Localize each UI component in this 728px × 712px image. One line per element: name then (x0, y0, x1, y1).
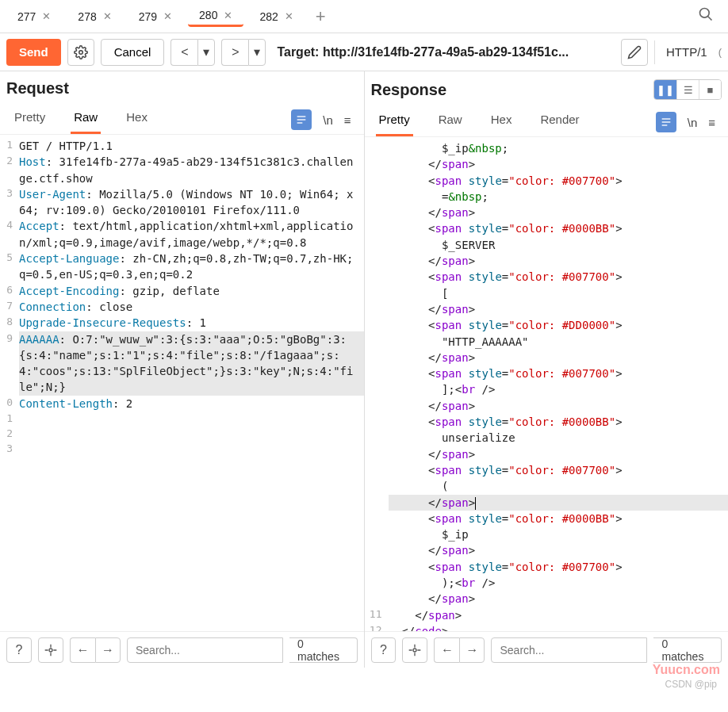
code-line[interactable]: <span style="color: #0000BB"> (365, 220, 729, 236)
code-line[interactable]: </span> (365, 253, 729, 269)
request-match-count: 0 matches (289, 637, 358, 663)
close-icon[interactable]: ✕ (42, 10, 51, 22)
prev-button[interactable]: < (171, 39, 197, 66)
settings-icon[interactable] (402, 637, 427, 663)
protocol-label[interactable]: HTTP/1 (661, 45, 712, 59)
code-line[interactable]: </span> (365, 398, 729, 414)
code-line[interactable]: 6Accept-Encoding: gzip, deflate (0, 283, 364, 299)
code-line[interactable]: <span style="color: #007700"> (365, 559, 729, 575)
newline-toggle[interactable]: \n (323, 113, 333, 127)
search-icon[interactable] (690, 6, 722, 26)
code-line[interactable]: 7Connection: close (0, 299, 364, 315)
add-tab-button[interactable]: + (309, 6, 332, 27)
response-search-input[interactable] (491, 637, 647, 663)
code-line[interactable]: 2 (0, 427, 364, 442)
code-line[interactable]: unserialize (365, 430, 729, 446)
edit-target-button[interactable] (621, 39, 648, 66)
code-line[interactable]: </span> (365, 446, 729, 462)
code-line[interactable]: </span> (365, 205, 729, 220)
close-icon[interactable]: ✕ (224, 10, 232, 21)
request-menu-icon[interactable]: ≡ (344, 113, 351, 127)
tab-277[interactable]: 277✕ (6, 6, 62, 27)
code-line[interactable]: $_ip&nbsp; (365, 140, 729, 156)
pane-tab-raw[interactable]: Raw (71, 105, 101, 134)
pane-tab-pretty[interactable]: Pretty (376, 108, 413, 136)
help-icon[interactable]: ? (6, 637, 32, 663)
svg-rect-5 (297, 122, 303, 123)
send-button[interactable]: Send (6, 39, 61, 66)
code-line[interactable]: </span> (365, 495, 729, 511)
code-line[interactable]: $_ip (365, 526, 729, 542)
tab-label: 282 (259, 10, 278, 23)
code-line[interactable]: <span style="color: #0000BB"> (365, 511, 729, 526)
tab-278[interactable]: 278✕ (67, 6, 122, 27)
pane-tab-raw[interactable]: Raw (435, 108, 466, 136)
tab-280[interactable]: 280✕ (188, 6, 243, 27)
next-button[interactable]: > (221, 39, 248, 66)
code-line[interactable]: $_SERVER (365, 237, 729, 253)
tab-282[interactable]: 282✕ (248, 6, 304, 27)
code-line[interactable]: =&nbsp; (365, 189, 729, 205)
response-title: Response (371, 81, 447, 99)
newline-toggle[interactable]: \n (688, 116, 698, 129)
code-line[interactable]: 8Upgrade-Insecure-Requests: 1 (0, 315, 364, 331)
pane-tab-hex[interactable]: Hex (123, 105, 151, 134)
cancel-button[interactable]: Cancel (101, 39, 165, 66)
svg-rect-8 (661, 121, 670, 122)
prev-dropdown[interactable]: ▾ (197, 39, 215, 66)
search-next-icon[interactable]: → (95, 637, 121, 663)
code-line[interactable]: ];<br /> (365, 381, 729, 397)
close-icon[interactable]: ✕ (285, 10, 293, 22)
layout-single-icon[interactable]: ■ (699, 80, 721, 99)
tab-279[interactable]: 279✕ (128, 6, 183, 27)
code-line[interactable]: <span style="color: #007700"> (365, 462, 729, 478)
pane-tab-render[interactable]: Render (537, 108, 582, 136)
code-line[interactable]: 9AAAAAA: O:7:"w_wuw_w":3:{s:3:"aaa";O:5:… (0, 331, 364, 396)
code-line[interactable]: <span style="color: #DD0000"> (365, 317, 729, 333)
code-line[interactable]: 12 </code> (365, 623, 729, 631)
code-line[interactable]: <span style="color: #007700"> (365, 173, 729, 189)
code-line[interactable]: 1GET / HTTP/1.1 (0, 138, 364, 154)
search-next-icon[interactable]: → (459, 637, 485, 663)
search-prev-icon[interactable]: ← (434, 637, 459, 663)
code-line[interactable]: <span style="color: #0000BB"> (365, 414, 729, 430)
code-line[interactable]: </span> (365, 301, 729, 317)
layout-rows-icon[interactable]: ☰ (676, 80, 699, 99)
code-line[interactable]: <span style="color: #007700"> (365, 366, 729, 381)
response-menu-icon[interactable]: ≡ (708, 116, 715, 129)
layout-columns-icon[interactable]: ❚❚ (654, 80, 676, 99)
request-search-input[interactable] (127, 637, 283, 663)
code-line[interactable]: 2Host: 31fe14fb-277a-49a5-ab29-134f51c38… (0, 154, 364, 186)
code-line[interactable]: "HTTP_AAAAAA" (365, 334, 729, 350)
code-line[interactable]: </span> (365, 542, 729, 558)
code-line[interactable]: </span> (365, 591, 729, 607)
code-line[interactable]: 3User-Agent: Mozilla/5.0 (Windows NT 10.… (0, 186, 364, 219)
help-icon[interactable]: ? (371, 637, 397, 663)
request-editor[interactable]: 1GET / HTTP/1.12Host: 31fe14fb-277a-49a5… (0, 135, 364, 631)
code-line[interactable]: </span> (365, 156, 729, 172)
code-line[interactable]: );<br /> (365, 575, 729, 591)
next-dropdown[interactable]: ▾ (248, 39, 266, 66)
settings-icon[interactable] (38, 637, 63, 663)
response-viewer[interactable]: $_ip&nbsp; </span> <span style="color: #… (365, 137, 729, 631)
code-line[interactable]: 1 (0, 412, 364, 427)
code-line[interactable]: 4Accept: text/html,application/xhtml+xml… (0, 218, 364, 251)
close-icon[interactable]: ✕ (163, 10, 172, 22)
search-prev-icon[interactable]: ← (70, 637, 95, 663)
code-line[interactable]: </span> (365, 350, 729, 366)
code-line[interactable]: 0Content-Length: 2 (0, 396, 364, 412)
pane-tab-hex[interactable]: Hex (488, 108, 515, 136)
pane-tab-pretty[interactable]: Pretty (11, 105, 48, 134)
next-group: > ▾ (221, 39, 266, 66)
code-line[interactable]: 11 </span> (365, 607, 729, 623)
settings-button[interactable] (67, 39, 94, 66)
response-actions-icon[interactable] (656, 112, 676, 132)
code-line[interactable]: <span style="color: #007700"> (365, 269, 729, 285)
code-line[interactable]: ( (365, 478, 729, 494)
code-line[interactable]: [ (365, 285, 729, 301)
tab-label: 280 (199, 9, 217, 21)
code-line[interactable]: 3 (0, 442, 364, 457)
code-line[interactable]: 5Accept-Language: zh-CN,zh;q=0.8,zh-TW;q… (0, 251, 364, 283)
close-icon[interactable]: ✕ (103, 10, 112, 22)
request-actions-icon[interactable] (291, 109, 312, 130)
